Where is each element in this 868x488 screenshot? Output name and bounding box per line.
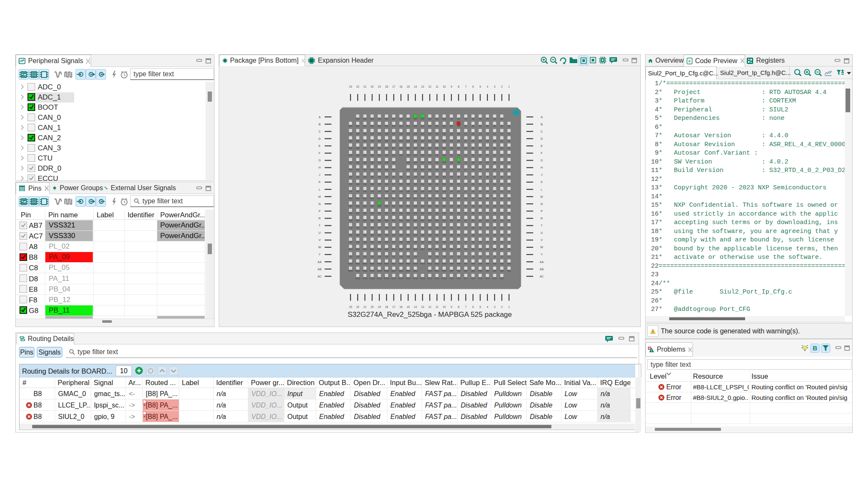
svg-text:V13: V13	[421, 241, 425, 243]
svg-text:L3: L3	[493, 190, 496, 192]
svg-text:W6: W6	[472, 248, 475, 250]
svg-text:C5: C5	[479, 133, 481, 135]
svg-text:8: 8	[458, 305, 459, 308]
svg-text:A3: A3	[493, 118, 496, 120]
svg-text:V19: V19	[378, 241, 381, 243]
svg-text:Y11: Y11	[435, 255, 439, 258]
svg-text:P3: P3	[493, 212, 496, 214]
svg-text:Y8: Y8	[457, 255, 460, 258]
svg-text:K4: K4	[486, 183, 489, 185]
svg-text:W16: W16	[399, 248, 403, 250]
svg-text:K12: K12	[428, 183, 432, 185]
svg-text:AC7: AC7	[464, 277, 468, 280]
svg-text:W1: W1	[508, 248, 511, 250]
svg-text:V: V	[319, 238, 321, 241]
svg-text:V17: V17	[392, 241, 396, 243]
svg-text:5: 5	[479, 305, 481, 308]
svg-text:H12: H12	[428, 169, 432, 171]
svg-text:AC3: AC3	[493, 277, 497, 280]
svg-text:P2: P2	[501, 212, 503, 214]
svg-text:19: 19	[378, 85, 381, 88]
svg-text:AA: AA	[317, 261, 322, 263]
svg-text:G20: G20	[370, 161, 374, 164]
svg-text:H: H	[318, 166, 320, 169]
svg-text:Y3: Y3	[493, 255, 496, 258]
svg-text:P16: P16	[399, 212, 403, 214]
svg-text:AB20: AB20	[370, 270, 375, 272]
svg-text:J4: J4	[487, 176, 489, 178]
svg-text:C17: C17	[392, 133, 396, 135]
svg-text:M4: M4	[486, 197, 489, 200]
svg-text:AC10: AC10	[442, 277, 447, 280]
svg-text:H21: H21	[363, 169, 367, 171]
svg-text:c: c	[688, 58, 691, 63]
svg-text:U20: U20	[370, 234, 374, 236]
svg-text:Y9: Y9	[450, 255, 453, 258]
svg-text:B6: B6	[472, 125, 474, 127]
svg-text:R23: R23	[349, 219, 353, 222]
svg-text:13: 13	[421, 85, 424, 88]
svg-text:T5: T5	[479, 227, 481, 229]
svg-text:R4: R4	[486, 219, 489, 222]
svg-text:L20: L20	[370, 190, 374, 192]
svg-text:W: W	[540, 246, 543, 249]
svg-text:G5: G5	[479, 161, 482, 164]
svg-text:V20: V20	[370, 241, 374, 243]
svg-text:L22: L22	[356, 190, 359, 192]
svg-text:J20: J20	[370, 176, 374, 178]
svg-text:V12: V12	[428, 241, 432, 243]
svg-text:R: R	[318, 217, 320, 220]
svg-text:J18: J18	[385, 176, 388, 178]
svg-text:B15: B15	[406, 125, 410, 127]
svg-text:Y22: Y22	[356, 255, 360, 258]
svg-text:D4: D4	[486, 140, 489, 142]
svg-text:A14: A14	[414, 118, 417, 120]
svg-text:R5: R5	[479, 219, 481, 222]
svg-text:C: C	[318, 130, 320, 133]
svg-text:F: F	[319, 152, 320, 155]
svg-text:13: 13	[421, 305, 424, 308]
svg-text:N19: N19	[378, 205, 381, 207]
svg-text:U19: U19	[378, 234, 381, 236]
svg-text:W19: W19	[377, 248, 381, 250]
svg-text:E4: E4	[486, 147, 489, 149]
svg-text:F19: F19	[378, 154, 381, 156]
svg-text:A21: A21	[363, 118, 367, 120]
svg-text:L16: L16	[399, 190, 403, 192]
svg-text:M2: M2	[501, 197, 504, 200]
svg-text:J13: J13	[421, 176, 424, 178]
svg-text:G2: G2	[501, 161, 504, 164]
svg-text:N7: N7	[465, 205, 467, 207]
svg-text:C22: C22	[356, 133, 360, 135]
svg-text:G8: G8	[457, 161, 460, 164]
svg-text:J9: J9	[451, 176, 453, 178]
svg-text:C: C	[540, 130, 542, 133]
svg-text:R11: R11	[435, 219, 439, 222]
svg-text:T17: T17	[392, 227, 395, 229]
svg-text:N14: N14	[414, 205, 417, 207]
svg-text:T18: T18	[385, 227, 388, 229]
svg-text:4: 4	[487, 85, 488, 88]
svg-text:C11: C11	[435, 133, 439, 135]
svg-text:G17: G17	[392, 161, 396, 164]
svg-text:AA: AA	[540, 261, 544, 263]
svg-text:W: W	[318, 246, 321, 249]
svg-text:W13: W13	[420, 248, 425, 250]
svg-text:AA10: AA10	[442, 263, 447, 265]
svg-text:D14: D14	[414, 140, 417, 142]
svg-text:9: 9	[451, 85, 452, 88]
svg-text:M19: M19	[378, 197, 381, 200]
svg-text:F4: F4	[486, 154, 489, 156]
svg-text:AA7: AA7	[464, 263, 468, 265]
svg-text:C4: C4	[486, 133, 489, 135]
svg-text:W5: W5	[479, 248, 482, 250]
svg-text:B: B	[541, 123, 543, 126]
svg-text:V21: V21	[363, 241, 367, 243]
svg-text:W9: W9	[450, 248, 453, 250]
svg-text:R1: R1	[508, 219, 510, 222]
svg-text:AB11: AB11	[435, 270, 440, 272]
svg-text:F: F	[541, 152, 542, 155]
svg-text:B11: B11	[435, 125, 439, 127]
svg-text:21: 21	[363, 85, 367, 88]
svg-text:P1: P1	[508, 212, 510, 214]
